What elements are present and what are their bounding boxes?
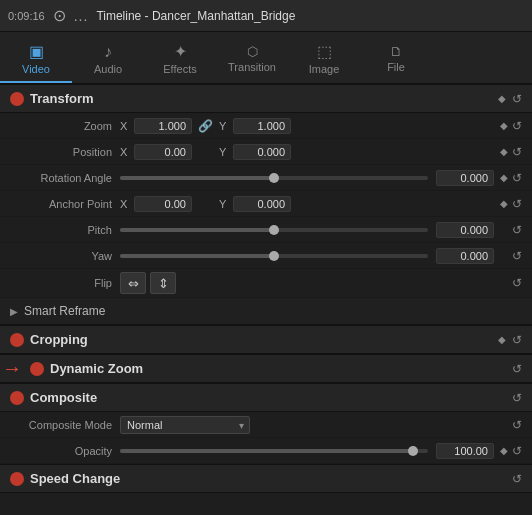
- audio-tab-icon: ♪: [104, 43, 112, 61]
- anchor-reset-icon[interactable]: ↺: [512, 197, 522, 211]
- composite-reset-icon[interactable]: ↺: [512, 391, 522, 405]
- rotation-label: Rotation Angle: [20, 172, 120, 184]
- flip-horizontal-button[interactable]: ⇔: [120, 272, 146, 294]
- main-content: Transform ◆ ↺ Zoom X 🔗 Y ◆ ↺ Position X …: [0, 84, 532, 515]
- tab-audio[interactable]: ♪ Audio: [72, 32, 144, 83]
- composite-section-header: Composite ↺: [0, 383, 532, 412]
- anchor-y-axis: Y: [219, 198, 229, 210]
- composite-mode-select[interactable]: Normal: [120, 416, 250, 434]
- transform-keyframe-icon[interactable]: ◆: [498, 93, 506, 104]
- yaw-reset-icon[interactable]: ↺: [512, 249, 522, 263]
- tab-effects-label: Effects: [163, 63, 196, 75]
- zoom-keyframe-icon[interactable]: ◆: [500, 120, 508, 131]
- tab-video-label: Video: [22, 63, 50, 75]
- zoom-row: Zoom X 🔗 Y ◆ ↺: [0, 113, 532, 139]
- position-y-input[interactable]: [233, 144, 291, 160]
- opacity-label: Opacity: [20, 445, 120, 457]
- pitch-value[interactable]: [436, 222, 494, 238]
- yaw-value[interactable]: [436, 248, 494, 264]
- dynamic-zoom-section-header: → Dynamic Zoom ↺: [0, 354, 532, 383]
- composite-mode-label: Composite Mode: [20, 419, 120, 431]
- zoom-x-axis: X: [120, 120, 130, 132]
- pitch-label: Pitch: [20, 224, 120, 236]
- cropping-section-header: Cropping ◆ ↺: [0, 325, 532, 354]
- dynamic-zoom-title: Dynamic Zoom: [50, 361, 143, 376]
- link-icon[interactable]: 🔗: [198, 119, 213, 133]
- anchor-keyframe-icon[interactable]: ◆: [500, 198, 508, 209]
- composite-mode-reset-icon[interactable]: ↺: [512, 418, 522, 432]
- pitch-slider[interactable]: [120, 228, 428, 232]
- transform-reset-icon[interactable]: ↺: [512, 92, 522, 106]
- opacity-reset-icon[interactable]: ↺: [512, 444, 522, 458]
- anchor-label: Anchor Point: [20, 198, 120, 210]
- app-icon: ⊙: [53, 6, 66, 25]
- tab-bar: ▣ Video ♪ Audio ✦ Effects ⬡ Transition ⬚…: [0, 32, 532, 84]
- video-tab-icon: ▣: [29, 42, 44, 61]
- dynamic-zoom-reset-icon[interactable]: ↺: [512, 362, 522, 376]
- pitch-reset-icon[interactable]: ↺: [512, 223, 522, 237]
- transition-tab-icon: ⬡: [247, 44, 258, 59]
- dynamic-zoom-toggle[interactable]: [30, 362, 44, 376]
- tab-file[interactable]: 🗋 File: [360, 32, 432, 83]
- tab-image[interactable]: ⬚ Image: [288, 32, 360, 83]
- cropping-title: Cropping: [30, 332, 88, 347]
- zoom-x-input[interactable]: [134, 118, 192, 134]
- transform-toggle[interactable]: [10, 92, 24, 106]
- opacity-keyframe-icon[interactable]: ◆: [500, 445, 508, 456]
- position-keyframe-icon[interactable]: ◆: [500, 146, 508, 157]
- speed-change-toggle[interactable]: [10, 472, 24, 486]
- anchor-y-input[interactable]: [233, 196, 291, 212]
- tab-audio-label: Audio: [94, 63, 122, 75]
- tab-video[interactable]: ▣ Video: [0, 32, 72, 83]
- flip-vertical-button[interactable]: ⇕: [150, 272, 176, 294]
- image-tab-icon: ⬚: [317, 42, 332, 61]
- pos-link-icon: 🔗: [198, 145, 213, 159]
- flip-label: Flip: [20, 277, 120, 289]
- zoom-y-input[interactable]: [233, 118, 291, 134]
- composite-title: Composite: [30, 390, 97, 405]
- tab-transition[interactable]: ⬡ Transition: [216, 32, 288, 83]
- tab-effects[interactable]: ✦ Effects: [144, 32, 216, 83]
- composite-toggle[interactable]: [10, 391, 24, 405]
- smart-reframe-label: Smart Reframe: [24, 304, 105, 318]
- speed-change-reset-icon[interactable]: ↺: [512, 472, 522, 486]
- opacity-value[interactable]: [436, 443, 494, 459]
- cropping-keyframe-icon[interactable]: ◆: [498, 334, 506, 345]
- speed-change-section-header: Speed Change ↺: [0, 464, 532, 493]
- cropping-toggle[interactable]: [10, 333, 24, 347]
- zoom-y-axis: Y: [219, 120, 229, 132]
- pitch-keyframe-icon[interactable]: ◆: [500, 224, 508, 235]
- anchor-row: Anchor Point X 🔗 Y ◆ ↺: [0, 191, 532, 217]
- transform-section-header: Transform ◆ ↺: [0, 84, 532, 113]
- smart-reframe-row[interactable]: ▶ Smart Reframe: [0, 298, 532, 325]
- anchor-link-icon: 🔗: [198, 197, 213, 211]
- tab-file-label: File: [387, 61, 405, 73]
- flip-reset-icon[interactable]: ↺: [512, 276, 522, 290]
- speed-change-title: Speed Change: [30, 471, 120, 486]
- yaw-keyframe-icon[interactable]: ◆: [500, 250, 508, 261]
- anchor-x-input[interactable]: [134, 196, 192, 212]
- composite-mode-row: Composite Mode Normal ▾ ↺: [0, 412, 532, 438]
- zoom-reset-icon[interactable]: ↺: [512, 119, 522, 133]
- flip-row: Flip ⇔ ⇕ ↺: [0, 269, 532, 298]
- rotation-keyframe-icon[interactable]: ◆: [500, 172, 508, 183]
- rotation-row: Rotation Angle ◆ ↺: [0, 165, 532, 191]
- tab-image-label: Image: [309, 63, 340, 75]
- opacity-slider[interactable]: [120, 449, 428, 453]
- yaw-slider[interactable]: [120, 254, 428, 258]
- top-bar: 0:09:16 ⊙ ... Timeline - Dancer_Manhatta…: [0, 0, 532, 32]
- menu-dots[interactable]: ...: [74, 8, 89, 24]
- transform-title: Transform: [30, 91, 94, 106]
- cropping-reset-icon[interactable]: ↺: [512, 333, 522, 347]
- effects-tab-icon: ✦: [174, 42, 187, 61]
- position-x-input[interactable]: [134, 144, 192, 160]
- smart-reframe-chevron-icon: ▶: [10, 306, 18, 317]
- position-reset-icon[interactable]: ↺: [512, 145, 522, 159]
- pitch-row: Pitch ◆ ↺: [0, 217, 532, 243]
- tab-transition-label: Transition: [228, 61, 276, 73]
- rotation-value[interactable]: [436, 170, 494, 186]
- timecode: 0:09:16: [8, 10, 45, 22]
- opacity-row: Opacity ◆ ↺: [0, 438, 532, 464]
- rotation-slider[interactable]: [120, 176, 428, 180]
- rotation-reset-icon[interactable]: ↺: [512, 171, 522, 185]
